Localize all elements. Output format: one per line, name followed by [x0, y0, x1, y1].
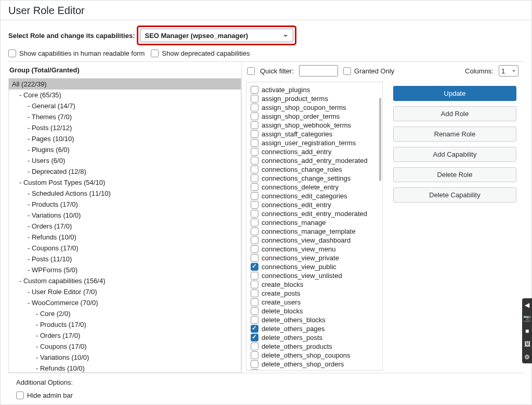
capability-checkbox[interactable]: [251, 254, 258, 262]
capability-label[interactable]: delete_others_shop_coupons: [262, 351, 351, 359]
video-icon[interactable]: ■: [522, 324, 532, 337]
capability-checkbox[interactable]: [251, 227, 258, 235]
group-item[interactable]: - Custom Post Types (54/10): [9, 177, 241, 188]
group-item[interactable]: - Core (2/0): [9, 308, 241, 319]
capability-checkbox[interactable]: [251, 245, 258, 253]
capability-checkbox[interactable]: [251, 192, 258, 200]
group-item[interactable]: - Refunds (10/0): [9, 232, 241, 243]
deprecated-checkbox[interactable]: [151, 49, 159, 57]
group-item[interactable]: - Themes (7/0): [9, 111, 241, 122]
capability-label[interactable]: connections_view_menu: [262, 245, 335, 253]
capability-label[interactable]: connections_change_roles: [262, 166, 342, 173]
capability-label[interactable]: assign_staff_categories: [262, 130, 332, 138]
capability-checkbox[interactable]: [251, 334, 258, 341]
group-item[interactable]: - Custom capabilities (156/4): [9, 275, 241, 286]
group-item[interactable]: All (222/39): [9, 79, 241, 90]
capability-checkbox[interactable]: [251, 343, 258, 350]
capability-checkbox[interactable]: [251, 201, 258, 209]
capability-label[interactable]: connections_edit_entry: [262, 201, 331, 209]
capability-label[interactable]: create_posts: [262, 289, 300, 297]
capability-checkbox[interactable]: [251, 157, 258, 164]
capability-label[interactable]: activate_plugins: [262, 86, 310, 94]
delete-capability-button[interactable]: Delete Capability: [393, 187, 516, 202]
group-item[interactable]: - Deprecated (12/8): [9, 166, 241, 177]
capability-label[interactable]: assign_shop_webhook_terms: [262, 121, 351, 129]
capability-checkbox[interactable]: [251, 130, 258, 138]
capability-label[interactable]: connections_delete_entry: [262, 183, 339, 191]
group-item[interactable]: - Scheduled Actions (11/10): [9, 188, 241, 199]
capability-label[interactable]: delete_blocks: [262, 307, 303, 315]
capability-checkbox[interactable]: [251, 351, 258, 359]
capability-checkbox[interactable]: [251, 325, 258, 333]
capability-checkbox[interactable]: [251, 236, 258, 244]
capability-checkbox[interactable]: [251, 104, 258, 111]
deprecated-option[interactable]: Show deprecated capabilities: [151, 49, 250, 57]
capability-label[interactable]: connections_manage_template: [262, 227, 356, 235]
capability-checkbox[interactable]: [251, 272, 258, 280]
granted-only-option[interactable]: Granted Only: [343, 67, 394, 75]
update-button[interactable]: Update: [393, 86, 516, 101]
capability-checkbox[interactable]: [251, 307, 258, 315]
human-readable-checkbox[interactable]: [8, 49, 16, 57]
capability-label[interactable]: delete_others_pages: [262, 325, 325, 333]
capability-label[interactable]: connections_edit_categories: [262, 192, 347, 200]
capability-checkbox[interactable]: [251, 121, 258, 129]
image-icon[interactable]: 🖼: [522, 337, 532, 350]
capability-label[interactable]: connections_change_settings: [262, 174, 351, 182]
group-item[interactable]: - Refunds (10/0): [9, 363, 241, 373]
group-item[interactable]: - Variations (10/0): [9, 210, 241, 221]
capability-label[interactable]: delete_others_shop_webhooks: [262, 369, 355, 371]
camera-icon[interactable]: 📷: [522, 311, 532, 324]
group-item[interactable]: - Coupons (17/0): [9, 243, 241, 254]
add-capability-button[interactable]: Add Capability: [393, 147, 516, 162]
capability-checkbox[interactable]: [251, 369, 258, 371]
role-dropdown[interactable]: SEO Manager (wpseo_manager): [140, 29, 293, 42]
capability-label[interactable]: delete_others_blocks: [262, 316, 326, 324]
capability-label[interactable]: connections_add_entry_moderated: [262, 157, 368, 164]
capability-checkbox[interactable]: [251, 316, 258, 324]
capability-checkbox[interactable]: [251, 95, 258, 103]
capability-label[interactable]: connections_view_private: [262, 254, 339, 262]
capability-checkbox[interactable]: [251, 148, 258, 156]
add-role-button[interactable]: Add Role: [393, 106, 516, 121]
granted-only-checkbox[interactable]: [343, 67, 351, 75]
group-item[interactable]: - Posts (12/12): [9, 122, 241, 133]
capability-checkbox[interactable]: [251, 139, 258, 147]
delete-role-button[interactable]: Delete Role: [393, 167, 516, 182]
capability-label[interactable]: assign_user_registration_terms: [262, 139, 356, 147]
capability-checkbox[interactable]: [251, 360, 258, 368]
group-item[interactable]: - Pages (10/10): [9, 133, 241, 144]
capability-checkbox[interactable]: [251, 210, 258, 218]
capability-checkbox[interactable]: [251, 183, 258, 191]
group-item[interactable]: - WPForms (5/0): [9, 264, 241, 275]
capability-label[interactable]: assign_shop_coupon_terms: [262, 104, 346, 111]
scrollbar[interactable]: [379, 98, 381, 181]
group-item[interactable]: - User Role Editor (7/0): [9, 286, 241, 297]
capability-checkbox[interactable]: [251, 219, 258, 226]
group-item[interactable]: - Plugins (6/0): [9, 144, 241, 155]
hide-admin-bar-option[interactable]: Hide admin bar: [16, 391, 516, 399]
capability-label[interactable]: connections_manage: [262, 219, 326, 226]
capability-label[interactable]: connections_view_unlisted: [262, 272, 342, 280]
capability-label[interactable]: assign_product_terms: [262, 95, 328, 103]
group-item[interactable]: - General (14/7): [9, 100, 241, 111]
capability-label[interactable]: delete_others_shop_orders: [262, 360, 344, 368]
capability-label[interactable]: connections_view_public: [262, 263, 336, 271]
group-item[interactable]: - Coupons (17/0): [9, 341, 241, 352]
capability-checkbox[interactable]: [251, 263, 258, 271]
rename-role-button[interactable]: Rename Role: [393, 126, 516, 142]
group-item[interactable]: - Core (65/35): [9, 90, 241, 100]
hide-admin-bar-checkbox[interactable]: [16, 391, 24, 399]
capability-label[interactable]: connections_edit_entry_moderated: [262, 210, 367, 218]
group-item[interactable]: - Orders (17/0): [9, 330, 241, 341]
capabilities-list[interactable]: activate_pluginsassign_product_termsassi…: [246, 82, 383, 371]
capability-label[interactable]: delete_others_products: [262, 343, 332, 350]
quick-filter-input[interactable]: [299, 65, 338, 77]
capability-label[interactable]: create_blocks: [262, 281, 303, 288]
capability-checkbox[interactable]: [251, 112, 258, 120]
group-item[interactable]: - Products (17/0): [9, 319, 241, 330]
group-item[interactable]: - Posts (11/10): [9, 254, 241, 264]
capability-label[interactable]: connections_add_entry: [262, 148, 331, 156]
capability-checkbox[interactable]: [251, 289, 258, 297]
groups-list[interactable]: All (222/39)- Core (65/35)- General (14/…: [8, 78, 241, 373]
